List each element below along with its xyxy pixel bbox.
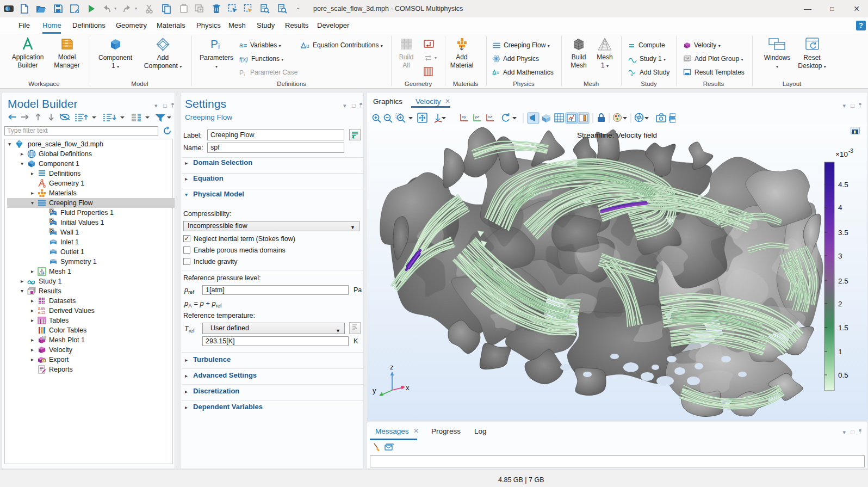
svg-text:3.5: 3.5 [838, 229, 848, 237]
svg-text:a: a [239, 42, 243, 49]
svg-text:2: 2 [838, 300, 842, 308]
svg-text:P: P [239, 69, 244, 76]
svg-text:xy: xy [462, 114, 466, 119]
svg-text:0.5: 0.5 [838, 371, 848, 379]
svg-text:x: x [406, 384, 410, 392]
svg-text:yz: yz [475, 114, 479, 119]
svg-text:i: i [218, 42, 220, 51]
svg-text:f(x): f(x) [239, 56, 248, 63]
svg-text:×10: ×10 [835, 150, 848, 158]
svg-text:u: u [497, 70, 499, 75]
svg-text:2.5: 2.5 [838, 277, 848, 285]
svg-text:1.5: 1.5 [838, 324, 848, 332]
svg-text:xz: xz [488, 114, 492, 119]
svg-text:z: z [390, 363, 394, 371]
svg-text:3: 3 [838, 252, 842, 260]
svg-text:-3: -3 [848, 148, 853, 154]
svg-text:4: 4 [838, 204, 842, 212]
svg-text:u: u [306, 43, 309, 49]
svg-text:4.5: 4.5 [838, 181, 848, 189]
svg-text:P: P [210, 38, 218, 50]
svg-text:i: i [244, 72, 245, 76]
svg-text:1: 1 [838, 348, 842, 356]
svg-text:y: y [373, 386, 376, 394]
